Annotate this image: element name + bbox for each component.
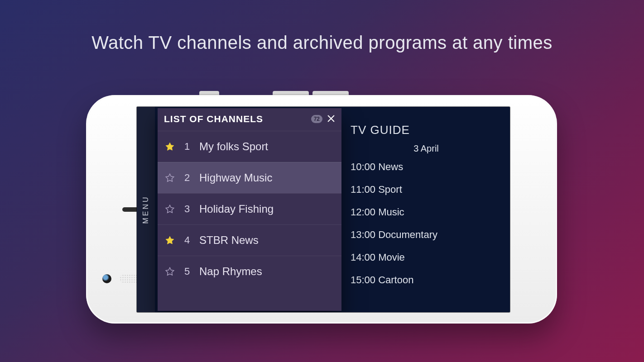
- guide-row[interactable]: 10:00 News: [342, 156, 510, 178]
- menu-label: MENU: [142, 195, 150, 224]
- phone-camera: [102, 274, 111, 283]
- channel-number: 5: [183, 266, 191, 277]
- guide-row[interactable]: 11:00 Sport: [342, 178, 510, 201]
- guide-row[interactable]: 15:00 Cartoon: [342, 269, 510, 291]
- channel-number: 1: [183, 141, 191, 152]
- close-icon[interactable]: [327, 114, 335, 124]
- favorite-star-icon[interactable]: [165, 235, 175, 245]
- channels-panel: LIST OF CHANNELS 72 1My folks Sport2High…: [158, 108, 341, 311]
- channel-name: My folks Sport: [199, 140, 334, 153]
- channel-name: Nap Rhymes: [199, 265, 334, 278]
- phone-frame: MENU TV GUIDE 3 April 10:00 News11:00 Sp…: [86, 95, 557, 324]
- channels-panel-title: LIST OF CHANNELS: [164, 114, 263, 124]
- tv-guide-title: TV GUIDE: [351, 123, 510, 137]
- phone-button: [273, 91, 309, 95]
- channel-row[interactable]: 2Highway Music: [158, 162, 341, 193]
- tv-guide-date: 3 April: [342, 143, 510, 154]
- channels-count-badge: 72: [311, 115, 322, 123]
- channel-name: STBR News: [199, 234, 334, 247]
- menu-drawer-handle[interactable]: MENU: [137, 107, 155, 312]
- channel-row[interactable]: 5Nap Rhymes: [158, 256, 341, 287]
- channel-name: Highway Music: [199, 171, 334, 184]
- guide-row[interactable]: 13:00 Documentary: [342, 224, 510, 246]
- channel-number: 4: [183, 234, 191, 246]
- phone-button: [312, 91, 349, 95]
- app-screen: MENU TV GUIDE 3 April 10:00 News11:00 Sp…: [137, 107, 510, 312]
- phone-button: [199, 91, 219, 95]
- headline: Watch TV channels and archived programs …: [91, 33, 553, 53]
- guide-row[interactable]: 12:00 Music: [342, 201, 510, 224]
- tv-guide-panel: TV GUIDE 3 April 10:00 News11:00 Sport12…: [342, 115, 510, 312]
- channel-number: 2: [183, 172, 191, 184]
- channel-row[interactable]: 3Holiday Fishing: [158, 193, 341, 224]
- channels-panel-header: LIST OF CHANNELS 72: [158, 108, 341, 131]
- favorite-star-icon[interactable]: [165, 204, 175, 214]
- favorite-star-icon[interactable]: [165, 267, 175, 276]
- guide-row[interactable]: 14:00 Movie: [342, 246, 510, 269]
- channel-name: Holiday Fishing: [199, 203, 334, 215]
- favorite-star-icon[interactable]: [165, 173, 175, 183]
- channel-row[interactable]: 4STBR News: [158, 224, 341, 256]
- channel-row[interactable]: 1My folks Sport: [158, 131, 341, 162]
- favorite-star-icon[interactable]: [165, 142, 175, 152]
- channel-number: 3: [183, 203, 191, 215]
